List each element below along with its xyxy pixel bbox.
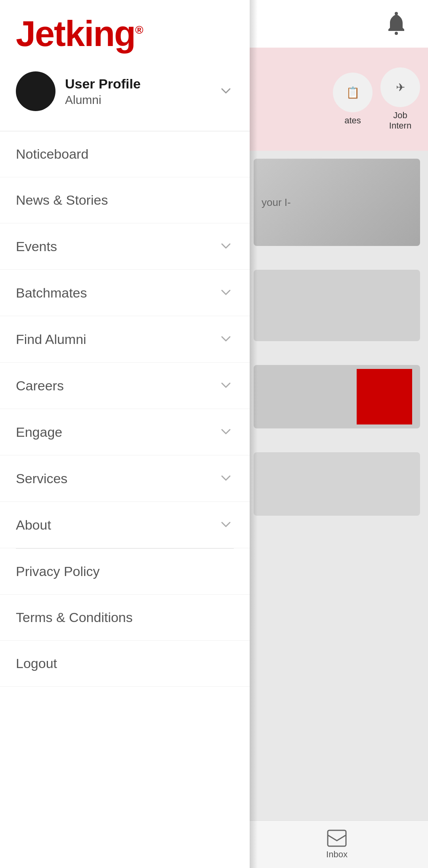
inbox-button[interactable]: Inbox: [326, 830, 348, 860]
nav-label-events: Events: [16, 239, 57, 254]
inbox-label: Inbox: [326, 849, 348, 860]
nav-item-engage[interactable]: Engage: [0, 409, 250, 455]
nav-item-news-stories[interactable]: News & Stories: [0, 177, 250, 223]
notification-button[interactable]: [380, 8, 412, 40]
batchmates-chevron-icon: [218, 285, 234, 301]
red-accent-box: [357, 369, 412, 424]
about-chevron-icon: [218, 517, 234, 533]
careers-chevron-icon: [218, 378, 234, 394]
nav-label-careers: Careers: [16, 378, 64, 394]
user-role: Alumni: [65, 93, 208, 107]
content-area: your I-: [246, 151, 428, 868]
content-card-3: [254, 365, 420, 428]
nav-item-logout[interactable]: Logout: [0, 641, 250, 687]
card-image-2: [254, 270, 420, 341]
svg-point-0: [395, 32, 398, 35]
profile-chevron-icon: [218, 83, 234, 99]
nav-label-terms-conditions: Terms & Conditions: [16, 610, 133, 625]
quick-action-updates: 📋 ates: [333, 73, 373, 126]
nav-item-services[interactable]: Services: [0, 455, 250, 502]
content-card-1: your I-: [254, 159, 420, 246]
spacer-1: [246, 254, 428, 262]
updates-icon[interactable]: 📋: [333, 73, 373, 112]
nav-list: Noticeboard News & Stories Events Batchm…: [0, 131, 250, 868]
content-card-2: [254, 270, 420, 341]
nav-label-about: About: [16, 517, 51, 533]
engage-chevron-icon: [218, 424, 234, 440]
card-image-4: [254, 452, 420, 516]
svg-rect-2: [328, 830, 346, 846]
navigation-drawer: Jetking® User Profile Alumni Noticeboard: [0, 0, 250, 868]
drawer-header: Jetking® User Profile Alumni: [0, 0, 250, 131]
nav-label-services: Services: [16, 471, 67, 486]
nav-label-logout: Logout: [16, 656, 57, 671]
card-image-1: your I-: [254, 159, 420, 246]
app-logo: Jetking®: [16, 14, 143, 54]
find-alumni-chevron-icon: [218, 331, 234, 347]
job-intern-label: JobIntern: [389, 110, 411, 131]
bottom-bar: Inbox: [246, 820, 428, 868]
job-intern-icon[interactable]: ✈: [380, 67, 420, 107]
services-chevron-icon: [218, 470, 234, 486]
nav-item-privacy-policy[interactable]: Privacy Policy: [0, 549, 250, 595]
top-right-bar: [246, 0, 428, 48]
nav-item-find-alumni[interactable]: Find Alumni: [0, 316, 250, 363]
spacer-3: [246, 436, 428, 444]
quick-action-job: ✈ JobIntern: [380, 67, 420, 131]
nav-item-noticeboard[interactable]: Noticeboard: [0, 131, 250, 177]
svg-rect-1: [395, 12, 398, 15]
nav-label-batchmates: Batchmates: [16, 285, 87, 301]
nav-label-noticeboard: Noticeboard: [16, 146, 88, 162]
nav-label-find-alumni: Find Alumni: [16, 332, 86, 347]
user-info: User Profile Alumni: [65, 76, 208, 107]
content-card-4: [254, 452, 420, 516]
nav-label-engage: Engage: [16, 424, 62, 440]
events-chevron-icon: [218, 238, 234, 254]
user-profile-row[interactable]: User Profile Alumni: [16, 63, 234, 119]
nav-item-about[interactable]: About: [0, 502, 250, 548]
nav-item-events[interactable]: Events: [0, 223, 250, 270]
spacer-2: [246, 349, 428, 357]
logo-text: Jetking: [16, 14, 135, 54]
card-image-3: [254, 365, 420, 428]
nav-item-terms-conditions[interactable]: Terms & Conditions: [0, 595, 250, 641]
updates-label: ates: [344, 115, 361, 126]
nav-label-news-stories: News & Stories: [16, 192, 108, 208]
user-name: User Profile: [65, 76, 208, 92]
nav-item-careers[interactable]: Careers: [0, 363, 250, 409]
logo-container: Jetking®: [16, 16, 234, 52]
card-preview-text: your I-: [262, 196, 291, 209]
nav-label-privacy-policy: Privacy Policy: [16, 564, 100, 579]
registered-symbol: ®: [135, 24, 143, 36]
quick-actions-area: 📋 ates ✈ JobIntern: [246, 48, 428, 151]
nav-item-batchmates[interactable]: Batchmates: [0, 270, 250, 316]
user-avatar: [16, 71, 55, 111]
